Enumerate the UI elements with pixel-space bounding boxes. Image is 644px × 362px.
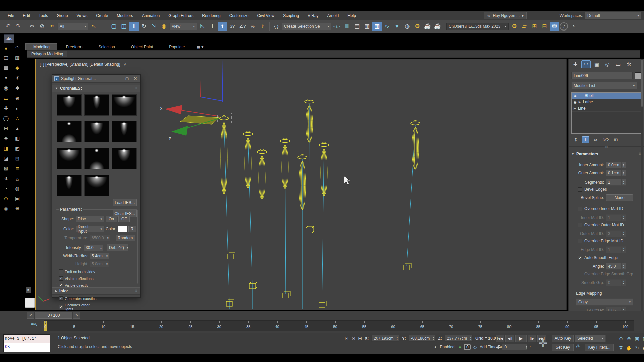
minimize-icon[interactable]: — (116, 77, 122, 81)
selection-set-dropdown[interactable]: Selected ▾ (575, 335, 606, 342)
width-radius-spinner[interactable]: 5.4cm ▲▼ (90, 253, 109, 259)
material-editor-icon[interactable]: ◍ (402, 22, 412, 31)
open-script-icon[interactable]: ▱ (520, 22, 529, 31)
pan-icon[interactable]: ✋ (625, 344, 633, 352)
outer-amount-spinner[interactable]: 0.1cm▲▼ (606, 170, 626, 176)
track-bar-ruler[interactable]: 0 05101520253035404550556065707580859095… (44, 320, 634, 331)
inner-amount-spinner[interactable]: 0.0cm▲▼ (606, 162, 626, 168)
left-tool-icon-3[interactable]: ▤ (1, 54, 11, 62)
left-tool-icon-34[interactable]: ✳ (13, 204, 22, 213)
maxscript-mini-listener[interactable]: move $ [87.1' OK (3, 334, 50, 352)
listener-line-1[interactable]: move $ [87.1' (4, 335, 50, 343)
redo-icon[interactable]: ↷ (13, 22, 23, 31)
helper-box-6[interactable] (319, 301, 327, 308)
select-and-place-icon[interactable]: ◉ (159, 22, 169, 31)
left-tool-icon-29[interactable]: ◔ (1, 184, 11, 193)
helper-box-5[interactable] (306, 226, 314, 233)
mini-curve-editor-icon[interactable]: ≡∿ (31, 322, 38, 327)
close-icon[interactable]: ✕ (132, 76, 138, 81)
layer-explorer-icon[interactable]: ▤ (352, 22, 362, 31)
hierarchy-tab-icon[interactable]: ▣ (592, 60, 601, 68)
menu-views[interactable]: Views (72, 12, 92, 19)
reference-coordinate-dropdown[interactable]: View▾ (169, 23, 197, 30)
bevel-edges-checkbox[interactable] (578, 187, 582, 192)
ies-light-object-3[interactable] (257, 149, 267, 309)
zoom-extents-icon[interactable]: ▣ (633, 334, 641, 343)
coronaies-rollout-header[interactable]: ▼ CoronaIES: ⠿ (52, 85, 140, 92)
left-tool-icon-32[interactable]: ▣ (13, 194, 22, 203)
panel-divider[interactable]: ⠿⠿ (569, 146, 644, 148)
user-account-menu[interactable]: ☺ Huy Nguyen ... ▾ (484, 12, 527, 19)
ribbon-config-icon[interactable]: ▦ ▾ (194, 44, 206, 50)
zoom-extents-all-icon[interactable]: ◱ (641, 334, 644, 343)
ies-light-object-7[interactable] (319, 142, 329, 304)
status-badge[interactable]: 0 (464, 344, 471, 350)
ies-thumbnail-7[interactable] (57, 148, 82, 169)
render-production-icon[interactable]: ☕ (433, 22, 442, 31)
display-tab-icon[interactable]: ▭ (613, 60, 623, 68)
menu-file[interactable]: File (3, 12, 18, 19)
left-tool-icon-18[interactable]: ▲ (13, 124, 22, 133)
mirror-icon[interactable]: ◅▻ (332, 22, 341, 31)
play-button[interactable]: ▶ (515, 335, 527, 342)
field-of-view-icon[interactable]: ∇ (617, 344, 625, 352)
make-unique-icon[interactable]: ∞ (592, 136, 599, 143)
stack-item-shell[interactable]: ◉ Shell (572, 93, 641, 99)
helper-box-3[interactable] (226, 300, 234, 306)
ies-thumbnail-4[interactable] (57, 121, 82, 142)
off-button[interactable]: Off (118, 216, 130, 222)
object-name-field[interactable]: Line006 (571, 72, 633, 79)
selection-filter-dropdown[interactable]: All▾ (57, 23, 88, 30)
visible-directly-checkbox[interactable] (59, 283, 63, 287)
select-and-scale-icon[interactable]: ⇲ (149, 22, 159, 31)
left-tool-icon-1[interactable]: ● (1, 44, 11, 52)
left-tool-icon-20[interactable]: ◧ (13, 134, 22, 143)
visible-reflections-checkbox[interactable] (59, 276, 63, 281)
helper-box-2[interactable] (249, 282, 257, 289)
spinner-snap-icon[interactable]: ⇕ (258, 22, 267, 31)
menu-v-ray[interactable]: V-Ray (303, 12, 323, 19)
left-tool-icon-14[interactable]: ◐ (13, 104, 22, 113)
tab-freeform[interactable]: Freeform (59, 44, 90, 50)
left-tool-icon-5[interactable]: ▩ (1, 64, 11, 72)
tab-selection[interactable]: Selection (91, 44, 122, 50)
y-coordinate-field[interactable]: -68.186cm▲▼ (409, 335, 436, 342)
ies-thumbnail-2[interactable] (84, 94, 109, 116)
menu-edit[interactable]: Edit (18, 12, 34, 19)
decay-dropdown[interactable]: Def...^2)▾ (107, 244, 129, 251)
motion-tab-icon[interactable]: ◎ (603, 60, 612, 68)
node-script-icon[interactable]: ⊟ (540, 22, 549, 31)
auto-smooth-checkbox[interactable] (578, 256, 582, 260)
dialog-title-bar[interactable]: 3 Spotlight Generat... — ▢ ✕ (52, 75, 140, 83)
select-object-icon[interactable]: ↖ (89, 22, 98, 31)
spinner-arrows-icon[interactable]: ▲▼ (105, 253, 109, 259)
orbit-icon[interactable]: ↻ (633, 344, 641, 352)
z-coordinate-field[interactable]: 237.777cm▲▼ (445, 335, 473, 342)
rectangular-selection-region-icon[interactable]: ▢ (109, 22, 118, 31)
configure-modifier-sets-icon[interactable]: ⊞ (612, 136, 620, 143)
listener-line-2[interactable]: OK (4, 343, 50, 352)
parameters-rollout-header[interactable]: ▼ Parameters ⠿ (569, 150, 644, 158)
override-outer-checkbox[interactable] (578, 223, 582, 227)
left-tool-icon-6[interactable]: ◆ (13, 64, 22, 72)
expand-arrow-icon[interactable]: ▶ (574, 107, 576, 110)
tab-populate[interactable]: Populate (162, 44, 192, 50)
zoom-all-icon[interactable]: ⊛ (625, 334, 633, 343)
gizmo-x-axis[interactable] (182, 110, 219, 116)
left-tool-icon-17[interactable]: ⊞ (1, 124, 11, 133)
menu-customize[interactable]: Customize (225, 12, 253, 19)
shape-dropdown[interactable]: Disc▾ (75, 215, 104, 223)
spinner-arrows-icon[interactable]: ▲▼ (621, 263, 626, 269)
render-setup-icon[interactable]: ⚙ (413, 22, 422, 31)
spinner-arrows-icon[interactable]: ▲▼ (99, 245, 103, 251)
use-pivot-point-icon[interactable]: ⇱ (198, 22, 207, 31)
previous-key-button[interactable]: ◀|| (505, 335, 514, 342)
panel-polygon-modeling[interactable]: Polygon Modeling (27, 51, 67, 57)
next-frame-button[interactable]: > (73, 312, 80, 319)
viewport-label[interactable]: [+] [Perspective] [Standard] [Default Sh… (40, 62, 126, 67)
zoom-icon[interactable]: ⊕ (617, 334, 625, 343)
spinner-arrows-icon[interactable]: ▲▼ (621, 179, 626, 185)
ies-thumbnail-1[interactable] (57, 94, 82, 116)
occludes-other-lights-checkbox[interactable] (59, 305, 63, 309)
spinner-arrows-icon[interactable]: ▲▼ (469, 335, 472, 341)
